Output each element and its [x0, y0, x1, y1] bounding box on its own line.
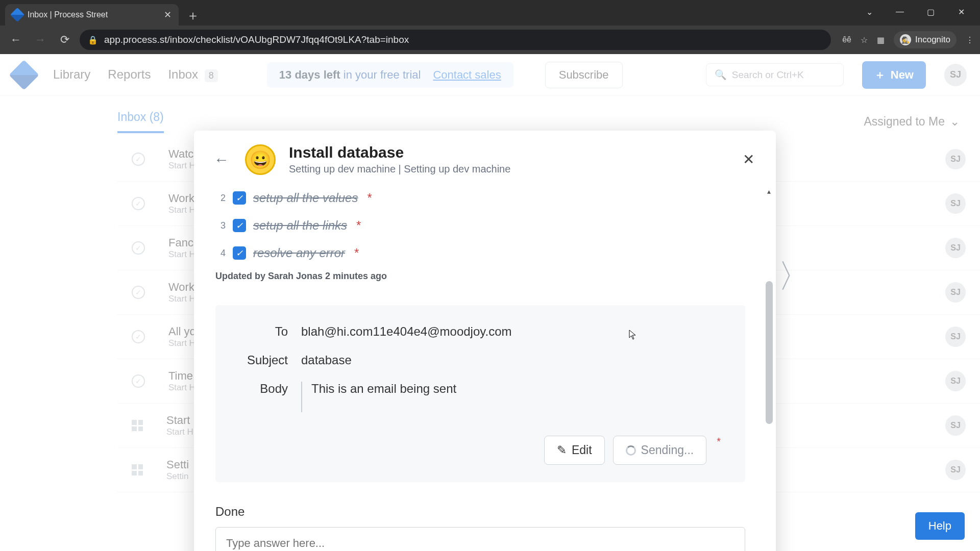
pencil-icon: ✎ [557, 443, 567, 457]
email-card: To blah@hi.com11e404e4@moodjoy.com Subje… [215, 305, 745, 482]
email-subject-label: Subject [240, 353, 301, 367]
checklist-number: 4 [215, 248, 226, 259]
task-modal: ← 😀 Install database Setting up dev mach… [194, 131, 776, 551]
help-button[interactable]: Help [915, 512, 965, 540]
modal-back-icon[interactable]: ← [211, 151, 232, 168]
checklist-item[interactable]: 3 ✓ setup all the links * [215, 212, 745, 239]
updated-by-text: Updated by Sarah Jonas 2 minutes ago [215, 271, 745, 282]
modal-header: ← 😀 Install database Setting up dev mach… [194, 131, 776, 184]
edit-button[interactable]: ✎ Edit [544, 436, 605, 465]
tab-strip: Inbox | Process Street ✕ ＋ [0, 0, 980, 26]
sending-label: Sending... [641, 443, 694, 457]
checkbox-icon[interactable]: ✓ [233, 246, 246, 260]
done-label: Done [215, 505, 745, 519]
answer-input[interactable] [215, 527, 745, 551]
favicon-icon [10, 8, 24, 22]
scrollbar-thumb[interactable] [766, 281, 773, 424]
address-bar: ← → ⟳ 🔒 app.process.st/inbox/checklist/v… [0, 26, 980, 54]
task-emoji-icon: 😀 [245, 144, 276, 175]
required-star-icon: * [367, 191, 372, 205]
modal-subtitle: Setting up dev machine | Setting up dev … [289, 163, 510, 175]
checklist-label: setup all the links [253, 218, 347, 233]
new-tab-button[interactable]: ＋ [183, 5, 203, 26]
scroll-up-icon[interactable]: ▴ [767, 187, 771, 195]
modal-title: Install database [289, 144, 510, 161]
incognito-icon: 🕵 [900, 34, 911, 45]
email-to-label: To [240, 324, 301, 339]
email-to-value: blah@hi.com11e404e4@moodjoy.com [301, 324, 721, 339]
required-star-icon: * [356, 218, 361, 233]
email-body-value: This is an email being sent [301, 382, 721, 412]
edit-label: Edit [572, 443, 592, 457]
modal-close-icon[interactable]: ✕ [738, 149, 758, 170]
checklist-number: 2 [215, 193, 226, 204]
url-text: app.process.st/inbox/checklist/vOAUbgRDW… [104, 34, 409, 45]
email-body-label: Body [240, 382, 301, 396]
app-root: Library Reports Inbox 8 13 days left in … [0, 54, 980, 551]
checkbox-icon[interactable]: ✓ [233, 191, 246, 205]
lock-icon: 🔒 [88, 35, 98, 45]
checklist-label: resolve any error [253, 246, 345, 260]
kebab-menu-icon[interactable]: ⋮ [966, 35, 974, 45]
reload-icon[interactable]: ⟳ [55, 30, 75, 49]
tab-title: Inbox | Process Street [28, 10, 108, 19]
modal-body: ▴ ▾ 2 ✓ setup all the values * 3 ✓ setup… [194, 184, 776, 551]
eye-off-icon[interactable]: êê [842, 35, 851, 44]
back-icon[interactable]: ← [6, 30, 26, 49]
tab-search-icon[interactable]: ⌄ [854, 3, 884, 20]
checklist: 2 ✓ setup all the values * 3 ✓ setup all… [215, 184, 745, 267]
checklist-item[interactable]: 2 ✓ setup all the values * [215, 184, 745, 212]
browser-tab[interactable]: Inbox | Process Street ✕ [5, 4, 179, 26]
window-minimize-icon[interactable]: ― [885, 3, 915, 20]
email-subject-value: database [301, 353, 721, 367]
forward-icon: → [31, 30, 50, 49]
done-section: Done [215, 505, 745, 551]
incognito-label: Incognito [915, 35, 950, 45]
checklist-item[interactable]: 4 ✓ resolve any error * [215, 239, 745, 267]
window-controls: ⌄ ― ▢ ✕ [854, 3, 976, 20]
checkbox-icon[interactable]: ✓ [233, 219, 246, 232]
window-close-icon[interactable]: ✕ [946, 3, 976, 20]
extensions-icon[interactable]: ▦ [877, 35, 885, 45]
next-item-chevron-icon[interactable]: 〉 [778, 254, 811, 298]
incognito-indicator[interactable]: 🕵 Incognito [894, 31, 957, 48]
spinner-icon [626, 445, 636, 456]
email-actions: ✎ Edit Sending... * [240, 436, 721, 465]
window-maximize-icon[interactable]: ▢ [916, 3, 945, 20]
send-button[interactable]: Sending... [613, 436, 707, 465]
url-input[interactable]: 🔒 app.process.st/inbox/checklist/vOAUbgR… [80, 30, 831, 50]
required-indicator-icon: * [717, 436, 721, 447]
browser-chrome: Inbox | Process Street ✕ ＋ ⌄ ― ▢ ✕ ← → ⟳… [0, 0, 980, 54]
required-star-icon: * [354, 246, 359, 260]
tab-close-icon[interactable]: ✕ [164, 9, 172, 20]
bookmark-icon[interactable]: ☆ [861, 35, 868, 45]
checklist-number: 3 [215, 220, 226, 231]
checklist-label: setup all the values [253, 191, 358, 205]
